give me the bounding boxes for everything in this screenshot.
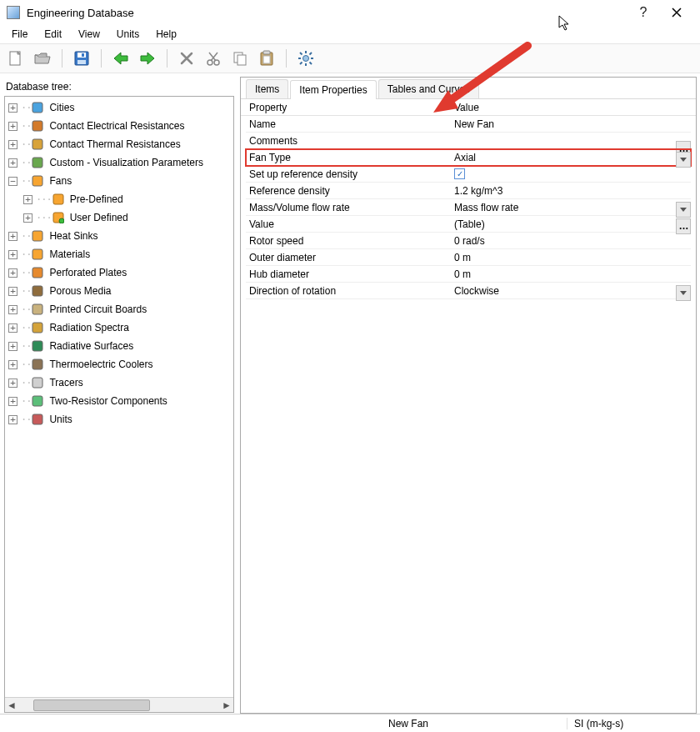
property-value[interactable]: Mass flow rate	[454, 202, 518, 213]
tree-item[interactable]: +··Contact Thermal Resistances	[7, 135, 232, 153]
forward-button[interactable]	[137, 48, 158, 69]
property-value[interactable]: 0 rad/s	[454, 235, 485, 247]
tree-item-icon	[31, 339, 44, 353]
tree-horizontal-scrollbar[interactable]: ◄ ►	[5, 697, 233, 712]
settings-button[interactable]	[295, 48, 317, 69]
svg-rect-41	[32, 414, 42, 424]
back-button[interactable]	[110, 48, 132, 69]
property-name: Name	[246, 118, 452, 130]
property-value[interactable]: (Table)	[454, 218, 485, 230]
property-row[interactable]: Mass/Volume flow rateMass flow rate	[246, 199, 691, 216]
tree-item[interactable]: −··Fans	[7, 172, 232, 190]
collapse-icon[interactable]: −	[8, 177, 18, 186]
tree-item[interactable]: +··Cities	[7, 98, 232, 117]
menu-help[interactable]: Help	[149, 27, 183, 42]
property-row[interactable]: Outer diameter0 m	[246, 249, 691, 266]
expand-icon[interactable]: +	[23, 195, 32, 204]
svg-rect-38	[32, 359, 42, 369]
property-row[interactable]: Direction of rotationClockwise	[246, 283, 691, 299]
dropdown-button[interactable]	[676, 152, 691, 168]
property-row[interactable]: Fan TypeAxial	[246, 149, 691, 166]
tree-item[interactable]: +··Radiation Spectra	[7, 318, 232, 337]
tab-item-properties[interactable]: Item Properties	[290, 80, 376, 99]
tree-item-icon	[52, 193, 65, 206]
tree-item[interactable]: +··Heat Sinks	[7, 227, 232, 245]
menu-units[interactable]: Units	[110, 27, 146, 42]
tree-item[interactable]: +··Two-Resistor Components	[7, 392, 232, 410]
property-row[interactable]: Comments…	[246, 133, 691, 149]
expand-icon[interactable]: +	[8, 415, 18, 424]
tree-item-label: User Defined	[68, 211, 130, 224]
tree-item[interactable]: +··Radiative Surfaces	[7, 337, 232, 355]
tree-item[interactable]: +···User Defined	[22, 208, 232, 227]
property-row[interactable]: Reference density1.2 kg/m^3	[246, 183, 691, 199]
menu-edit[interactable]: Edit	[38, 27, 68, 42]
property-row[interactable]: Rotor speed0 rad/s	[246, 233, 691, 249]
property-header-row: Property Value	[241, 99, 696, 116]
expand-icon[interactable]: +	[8, 140, 18, 149]
tree-item[interactable]: +··Contact Electrical Resistances	[7, 117, 232, 135]
property-name: Outer diameter	[246, 252, 452, 263]
property-row[interactable]: Set up reference density✓	[246, 166, 691, 183]
tree-item[interactable]: +··Units	[7, 410, 232, 429]
tree-label: Database tree:	[4, 78, 234, 96]
tree-item[interactable]: +··Thermoelectric Coolers	[7, 355, 232, 374]
save-button[interactable]	[71, 48, 92, 69]
expand-icon[interactable]: +	[8, 397, 18, 406]
tree-item[interactable]: +··Printed Circuit Boards	[7, 300, 232, 318]
tree-item[interactable]: +··Perforated Plates	[7, 263, 232, 282]
tab-tables-curves[interactable]: Tables and Curves	[378, 79, 479, 98]
cut-button[interactable]	[202, 48, 224, 69]
expand-icon[interactable]: +	[8, 122, 18, 131]
menu-view[interactable]: View	[72, 27, 107, 42]
property-value[interactable]: New Fan	[454, 118, 494, 130]
scroll-right-icon[interactable]: ►	[220, 699, 233, 712]
property-value[interactable]: 0 m	[454, 252, 471, 263]
dropdown-button[interactable]	[676, 202, 691, 218]
delete-button[interactable]	[176, 48, 198, 69]
property-row[interactable]: Value(Table)…	[246, 216, 691, 233]
tree-item-icon	[31, 101, 44, 114]
expand-icon[interactable]: +	[8, 287, 18, 296]
open-folder-button[interactable]	[32, 48, 53, 69]
property-value[interactable]: 0 m	[454, 268, 471, 280]
svg-rect-24	[32, 121, 42, 131]
expand-icon[interactable]: +	[8, 305, 18, 314]
dropdown-button[interactable]	[676, 285, 691, 301]
expand-icon[interactable]: +	[8, 103, 18, 113]
checkbox-checked-icon[interactable]: ✓	[454, 168, 465, 179]
tree-item[interactable]: +··Custom - Visualization Parameters	[7, 153, 232, 172]
scroll-left-icon[interactable]: ◄	[5, 699, 18, 712]
tab-items[interactable]: Items	[246, 79, 288, 98]
help-button[interactable]: ?	[627, 1, 660, 24]
copy-button[interactable]	[229, 48, 251, 69]
tree-item[interactable]: +···Pre-Defined	[22, 190, 232, 208]
new-item-button[interactable]	[5, 48, 27, 69]
tree-item[interactable]: +··Materials	[7, 245, 232, 263]
close-button[interactable]	[660, 1, 693, 24]
expand-icon[interactable]: +	[8, 250, 18, 259]
property-value[interactable]: 1.2 kg/m^3	[454, 185, 502, 197]
property-value[interactable]: Axial	[454, 152, 476, 163]
expand-icon[interactable]: +	[8, 379, 18, 388]
svg-rect-23	[32, 103, 42, 113]
titlebar: Engineering Database ?	[0, 0, 700, 25]
scrollbar-thumb[interactable]	[33, 699, 150, 711]
property-value[interactable]: Clockwise	[454, 285, 499, 297]
tree-item-label: Fans	[48, 174, 73, 188]
menu-file[interactable]: File	[5, 27, 34, 42]
expand-icon[interactable]: +	[8, 232, 18, 241]
expand-icon[interactable]: +	[8, 342, 18, 351]
paste-button[interactable]	[256, 48, 278, 69]
expand-icon[interactable]: +	[23, 213, 32, 223]
tree-item[interactable]: +··Tracers	[7, 374, 232, 392]
property-row[interactable]: Hub diameter0 m	[246, 266, 691, 283]
expand-icon[interactable]: +	[8, 158, 18, 168]
property-row[interactable]: NameNew Fan	[246, 116, 691, 133]
tree-item[interactable]: +··Porous Media	[7, 282, 232, 300]
ellipsis-button[interactable]: …	[676, 218, 691, 234]
database-tree[interactable]: +··Cities+··Contact Electrical Resistanc…	[5, 97, 233, 697]
expand-icon[interactable]: +	[8, 268, 18, 278]
expand-icon[interactable]: +	[8, 360, 18, 369]
expand-icon[interactable]: +	[8, 323, 18, 333]
